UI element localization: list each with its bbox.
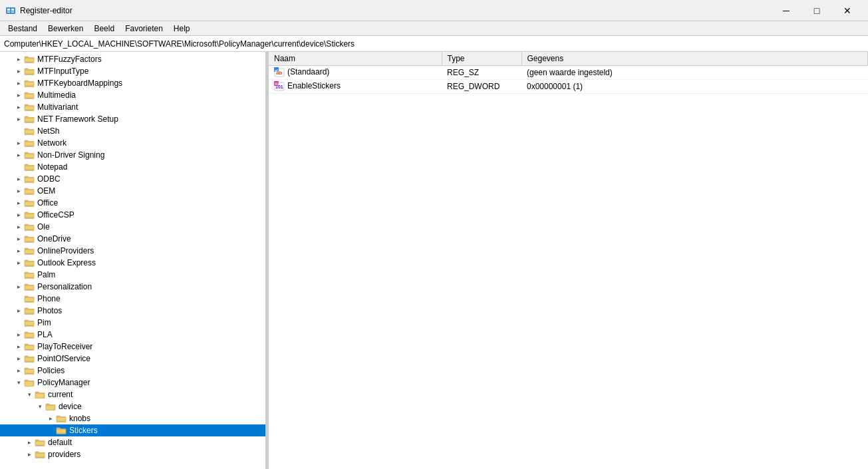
reg-type: REG_DWORD	[442, 80, 521, 94]
tree-item-netframework[interactable]: ▸ NET Framework Setup	[0, 113, 265, 125]
expand-icon-multivariant[interactable]: ▸	[13, 102, 24, 112]
col-gegevens[interactable]: Gegevens	[521, 52, 868, 66]
tree-label-pointofservice: PointOfService	[37, 354, 90, 363]
folder-icon-policymanager	[24, 378, 35, 387]
col-naam[interactable]: Naam	[269, 52, 442, 66]
menu-beeld[interactable]: Beeld	[88, 23, 120, 35]
tree-label-onlineproviders: OnlineProviders	[37, 246, 94, 255]
maximize-button[interactable]: □	[801, 0, 832, 21]
expand-icon-policies[interactable]: ▸	[13, 365, 24, 376]
expand-icon-office[interactable]: ▸	[13, 198, 24, 208]
folder-icon-providers	[35, 450, 45, 459]
expand-icon-providers[interactable]: ▸	[24, 449, 35, 460]
tree-item-policies[interactable]: ▸ Policies	[0, 365, 265, 377]
tree-item-mtfinputtype[interactable]: ▸ MTFInputType	[0, 65, 265, 77]
menu-favorieten[interactable]: Favorieten	[120, 23, 168, 35]
expand-icon-current[interactable]: ▾	[24, 389, 35, 400]
expand-icon-personalization[interactable]: ▸	[13, 281, 24, 292]
tree-item-providers[interactable]: ▸ providers	[0, 448, 265, 460]
expand-icon-network[interactable]: ▸	[13, 138, 24, 148]
expand-icon-default[interactable]: ▸	[24, 437, 35, 448]
expand-icon-officecsp[interactable]: ▸	[13, 210, 24, 220]
expand-icon-knobs[interactable]: ▸	[45, 413, 56, 424]
tree-item-network[interactable]: ▸ Network	[0, 137, 265, 149]
menu-help[interactable]: Help	[168, 23, 196, 35]
expand-icon-pointofservice[interactable]: ▸	[13, 353, 24, 364]
tree-item-onedrive[interactable]: ▸ OneDrive	[0, 233, 265, 245]
expand-icon-onedrive[interactable]: ▸	[13, 234, 24, 244]
expand-icon-playtoreceiver[interactable]: ▸	[13, 341, 24, 352]
reg-value: 0x00000001 (1)	[521, 80, 868, 94]
tree-item-pla[interactable]: ▸ PLA	[0, 329, 265, 341]
expand-icon-multimedia[interactable]: ▸	[13, 90, 24, 100]
folder-icon-officecsp	[24, 210, 35, 220]
tree-item-mtfkeyboardmappings[interactable]: ▸ MTFKeyboardMappings	[0, 77, 265, 89]
tree-item-stickers[interactable]: ▸ Stickers	[0, 424, 265, 436]
tree-item-outlookexpress[interactable]: ▸ Outlook Express	[0, 257, 265, 269]
tree-label-photos: Photos	[37, 306, 62, 315]
tree-item-pointofservice[interactable]: ▸ PointOfService	[0, 353, 265, 365]
expand-icon-outlookexpress[interactable]: ▸	[13, 257, 24, 268]
tree-item-netsh[interactable]: ▸ NetSh	[0, 125, 265, 137]
tree-item-default[interactable]: ▸ default	[0, 436, 265, 448]
tree-item-officecsp[interactable]: ▸ OfficeCSP	[0, 209, 265, 221]
menu-bewerken[interactable]: Bewerken	[43, 23, 88, 35]
tree-item-multivariant[interactable]: ▸ Multivariant	[0, 101, 265, 113]
tree-label-odbc: ODBC	[37, 174, 61, 184]
tree-item-phone[interactable]: ▸ Phone	[0, 293, 265, 305]
svg-rect-3	[7, 11, 10, 13]
folder-icon-multivariant	[24, 102, 35, 112]
folder-icon-office	[24, 198, 35, 208]
tree-item-oem[interactable]: ▸ OEM	[0, 185, 265, 197]
table-row[interactable]: 101 01 EnableStickersREG_DWORD0x00000001…	[269, 80, 868, 94]
tree-item-notepad[interactable]: ▸ Notepad	[0, 161, 265, 173]
menu-bestand[interactable]: Bestand	[3, 23, 43, 35]
expand-icon-netframework[interactable]: ▸	[13, 114, 24, 124]
expand-icon-oem[interactable]: ▸	[13, 186, 24, 196]
tree-item-onlineproviders[interactable]: ▸ OnlineProviders	[0, 245, 265, 257]
tree-item-multimedia[interactable]: ▸ Multimedia	[0, 89, 265, 101]
folder-icon-current	[35, 390, 45, 399]
tree-item-device[interactable]: ▾ device	[0, 400, 265, 412]
tree-item-pim[interactable]: ▸ Pim	[0, 317, 265, 329]
tree-item-knobs[interactable]: ▸ knobs	[0, 412, 265, 424]
tree-item-palm[interactable]: ▸ Palm	[0, 269, 265, 281]
expand-icon-pla[interactable]: ▸	[13, 329, 24, 340]
tree-label-phone: Phone	[37, 294, 61, 303]
tree-item-policymanager[interactable]: ▾ PolicyManager	[0, 377, 265, 389]
table-row[interactable]: ab a| (Standaard)REG_SZ(geen waarde inge…	[269, 66, 868, 80]
folder-icon-mtffuzzyfactors	[24, 55, 35, 64]
tree-label-onedrive: OneDrive	[37, 234, 71, 243]
tree-item-mtffuzzyfactors[interactable]: ▸ MTFFuzzyFactors	[0, 53, 265, 65]
tree-item-current[interactable]: ▾ current	[0, 389, 265, 400]
folder-icon-netsh	[24, 126, 35, 136]
tree-item-nondriversigning[interactable]: ▸ Non-Driver Signing	[0, 149, 265, 161]
col-type[interactable]: Type	[442, 52, 521, 66]
tree-label-knobs: knobs	[69, 414, 90, 423]
reg-name-text: EnableStickers	[287, 81, 341, 90]
expand-icon-odbc[interactable]: ▸	[13, 174, 24, 184]
expand-icon-mtfinputtype[interactable]: ▸	[13, 66, 24, 77]
tree-label-office: Office	[37, 198, 58, 208]
tree-item-personalization[interactable]: ▸ Personalization	[0, 281, 265, 293]
expand-icon-nondriversigning[interactable]: ▸	[13, 150, 24, 160]
expand-icon-policymanager[interactable]: ▾	[13, 377, 24, 388]
expand-icon-device[interactable]: ▾	[35, 401, 45, 412]
minimize-button[interactable]: ─	[771, 0, 801, 21]
expand-icon-mtfkeyboardmappings[interactable]: ▸	[13, 78, 24, 88]
tree-item-ole[interactable]: ▸ Ole	[0, 221, 265, 233]
reg-name: 101 01 EnableStickers	[269, 80, 442, 94]
tree-panel[interactable]: ▸ MTFFuzzyFactors▸ MTFInputType▸ MTFKeyb…	[0, 52, 266, 469]
tree-label-playtoreceiver: PlayToReceiver	[37, 342, 92, 351]
expand-icon-mtffuzzyfactors[interactable]: ▸	[13, 54, 24, 65]
tree-item-odbc[interactable]: ▸ ODBC	[0, 173, 265, 185]
expand-icon-photos[interactable]: ▸	[13, 305, 24, 316]
tree-label-outlookexpress: Outlook Express	[37, 258, 96, 267]
tree-label-personalization: Personalization	[37, 282, 92, 291]
tree-item-office[interactable]: ▸ Office	[0, 197, 265, 209]
tree-item-photos[interactable]: ▸ Photos	[0, 305, 265, 317]
expand-icon-onlineproviders[interactable]: ▸	[13, 245, 24, 256]
close-button[interactable]: ✕	[832, 0, 863, 21]
tree-item-playtoreceiver[interactable]: ▸ PlayToReceiver	[0, 341, 265, 353]
expand-icon-ole[interactable]: ▸	[13, 222, 24, 232]
